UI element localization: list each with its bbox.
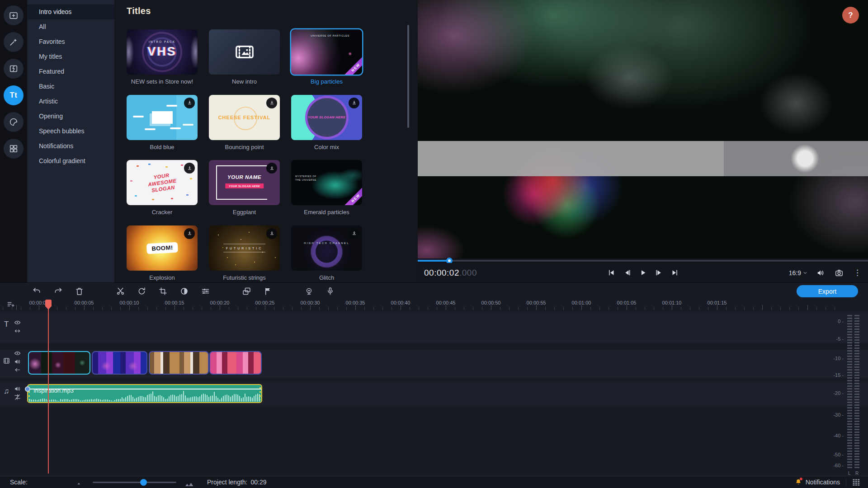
category-speech-bubbles[interactable]: Speech bubbles: [27, 124, 114, 139]
waveform-bar: [116, 399, 117, 402]
more-options-icon[interactable]: ⋮: [852, 268, 863, 277]
video-track-eye-icon[interactable]: [14, 350, 21, 357]
toolbar-cut-button[interactable]: [113, 285, 127, 297]
toolbar-pan-zoom-button[interactable]: [240, 285, 253, 297]
export-button[interactable]: Export: [797, 285, 858, 297]
category-opening[interactable]: Opening: [27, 109, 114, 124]
toolbar-rotate-button[interactable]: [135, 285, 148, 297]
download-badge[interactable]: [349, 98, 359, 108]
thumbnail-emerald-particles: MYSTERIES OF THE UNIVERSENEW: [291, 160, 362, 205]
rail-item-stickers[interactable]: [4, 112, 24, 132]
category-notifications[interactable]: Notifications: [27, 139, 114, 154]
audio-track-unlink-icon[interactable]: [14, 393, 21, 401]
title-track-lane: [0, 312, 868, 343]
thumb-text: MYSTERIES OF THE UNIVERSE: [295, 174, 319, 182]
titles-library-panel: Titles INTRO PACKVHSNEW sets in Store no…: [114, 0, 418, 282]
rail-item-transitions[interactable]: [4, 59, 24, 79]
video-clip-3[interactable]: [149, 351, 209, 375]
category-my-titles[interactable]: My titles: [27, 49, 114, 64]
category-favorites[interactable]: Favorites: [27, 34, 114, 49]
category-intro-videos[interactable]: Intro videos: [27, 5, 114, 19]
scale-slider-handle[interactable]: [140, 479, 147, 486]
help-button[interactable]: ?: [842, 7, 859, 23]
rail-item-filters[interactable]: [4, 32, 24, 52]
title-card-label: Explosion: [127, 274, 198, 282]
toolbar-undo-button[interactable]: [30, 285, 43, 297]
timeline-ruler[interactable]: 00:00:0000:00:0500:00:1000:00:1500:00:20…: [0, 299, 868, 310]
download-badge[interactable]: [266, 163, 277, 174]
volume-icon[interactable]: [815, 267, 826, 278]
playhead-line[interactable]: [48, 301, 49, 474]
grid-scrollbar[interactable]: [407, 25, 409, 128]
download-badge[interactable]: [349, 228, 359, 239]
video-clip-4[interactable]: [209, 351, 262, 375]
title-card-eggplant[interactable]: YOUR NAMEYOUR SLOGAN HEREEggplant: [209, 160, 280, 225]
download-badge[interactable]: [184, 98, 195, 108]
audio-track-speaker-icon[interactable]: [14, 385, 21, 393]
zoom-in-icon[interactable]: [184, 479, 195, 487]
next-frame-button[interactable]: [653, 267, 665, 279]
notifications-button[interactable]: Notifications: [794, 478, 840, 486]
category-basic[interactable]: Basic: [27, 79, 114, 94]
title-card-futuristic-strings[interactable]: FUTURISTICFuturistic strings: [209, 225, 280, 283]
video-clip-1[interactable]: [28, 351, 90, 375]
toolbar-crop-button[interactable]: [156, 285, 170, 297]
title-track-link-icon[interactable]: [14, 327, 21, 335]
rail-item-titles[interactable]: Tt: [4, 85, 24, 105]
waveform-bar: [176, 396, 177, 402]
previous-frame-button[interactable]: [621, 267, 633, 279]
toolbar-color-adjustments-button[interactable]: [177, 285, 191, 297]
download-badge[interactable]: [266, 98, 277, 108]
waveform-bar: [69, 400, 70, 402]
title-card-big-particles[interactable]: UNIVERSE OF PARTICLESNEWBig particles: [291, 29, 362, 95]
category-all[interactable]: All: [27, 19, 114, 34]
download-badge[interactable]: [184, 228, 195, 239]
download-badge[interactable]: [266, 228, 277, 239]
rail-item-more-tools[interactable]: [4, 139, 24, 159]
rail-item-import[interactable]: [4, 5, 24, 25]
title-card-glitch[interactable]: HIGH TECH CHANNELGlitch: [291, 225, 362, 283]
category-featured[interactable]: Featured: [27, 64, 114, 79]
download-badge[interactable]: [184, 163, 195, 174]
title-track-title-icon[interactable]: T: [4, 320, 9, 329]
title-card-explosion[interactable]: BOOM!Explosion: [127, 225, 198, 283]
title-card-bouncing-point[interactable]: CHEESE FESTIVALBouncing point: [209, 95, 280, 160]
waveform-bar: [172, 394, 173, 402]
audio-track-note-icon[interactable]: ♫: [4, 387, 9, 396]
skip-start-button[interactable]: [605, 267, 617, 279]
video-track-arrow-left-icon[interactable]: [14, 366, 21, 374]
toolbar-delete-button[interactable]: [72, 285, 86, 297]
audio-clip[interactable]: Inspiration.mp3: [27, 384, 262, 403]
snapshot-icon[interactable]: [834, 267, 844, 278]
toolbar-record-audio-button[interactable]: [323, 285, 337, 297]
toolbar-clip-properties-button[interactable]: [198, 285, 212, 297]
title-card-emerald-particles[interactable]: MYSTERIES OF THE UNIVERSENEWEmerald part…: [291, 160, 362, 225]
zoom-out-icon[interactable]: [76, 479, 83, 486]
meter-toggle-icon[interactable]: [851, 478, 861, 487]
title-card-new-sets-in-store-now[interactable]: INTRO PACKVHSNEW sets in Store now!: [127, 29, 198, 95]
seek-bar[interactable]: [418, 260, 868, 262]
title-card-new-intro[interactable]: New intro: [209, 29, 280, 95]
toolbar-marker-button[interactable]: [261, 285, 274, 297]
waveform-bar: [246, 397, 247, 402]
toolbar-redo-button[interactable]: [51, 285, 65, 297]
title-card-cracker[interactable]: YOUR AWESOME SLOGANCracker: [127, 160, 198, 225]
timeline-section: Export 00:00:0000:00:0500:00:1000:00:150…: [0, 282, 868, 488]
title-track-eye-icon[interactable]: [14, 319, 21, 327]
video-track-speaker-icon[interactable]: [14, 358, 21, 366]
waveform-bar: [29, 399, 30, 402]
keyframe-dot[interactable]: [25, 386, 30, 392]
video-track-film-icon[interactable]: [3, 357, 10, 365]
toolbar-webcam-capture-button[interactable]: [302, 285, 316, 297]
aspect-ratio-select[interactable]: 16:9: [789, 269, 807, 277]
category-artistic[interactable]: Artistic: [27, 94, 114, 109]
play-button[interactable]: [637, 267, 649, 279]
waveform-bar: [165, 399, 166, 402]
scale-slider-track[interactable]: [93, 482, 176, 483]
title-card-color-mix[interactable]: YOUR SLOGAN HEREColor mix: [291, 95, 362, 160]
skip-end-button[interactable]: [669, 267, 680, 279]
meter-label-5: -5: [836, 336, 844, 342]
title-card-bold-blue[interactable]: Bold blue: [127, 95, 198, 160]
category-colorful-gradient[interactable]: Colorful gradient: [27, 154, 114, 169]
video-clip-2[interactable]: [92, 351, 147, 375]
